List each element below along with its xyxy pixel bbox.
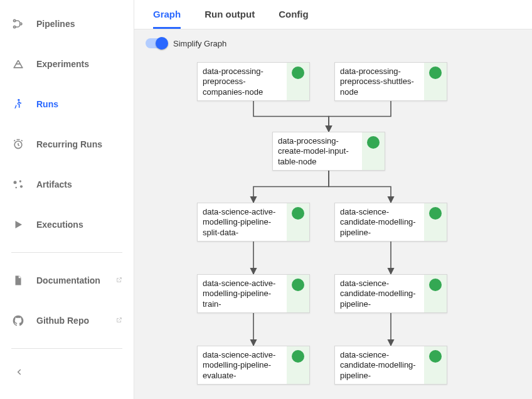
graph-area[interactable]: Simplify Graph data-processing-preproces…	[134, 29, 532, 399]
simplify-toggle-row: Simplify Graph	[146, 38, 226, 48]
node-label: data-science-candidate-modelling-pipelin…	[335, 203, 424, 241]
node-status	[424, 346, 447, 384]
github-icon	[11, 314, 25, 327]
svg-point-6	[19, 180, 21, 182]
graph-node[interactable]: data-science-candidate-modelling-pipelin…	[334, 274, 447, 313]
node-status	[287, 63, 309, 100]
pipelines-icon	[11, 17, 25, 31]
graph-node[interactable]: data-science-active-modelling-pipeline-e…	[197, 346, 310, 385]
node-status	[287, 346, 309, 384]
graph-node[interactable]: data-science-candidate-modelling-pipelin…	[334, 346, 447, 385]
sidebar-item-label: Experiments	[36, 59, 122, 69]
external-link-icon	[116, 277, 122, 284]
svg-point-5	[14, 181, 17, 184]
svg-point-3	[18, 99, 19, 101]
node-label: data-science-active-modelling-pipeline-t…	[198, 275, 287, 312]
node-label: data-science-active-modelling-pipeline-e…	[198, 346, 287, 384]
sidebar-item-pipelines[interactable]: Pipelines	[11, 11, 122, 36]
sidebar-item-recurring-runs[interactable]: Recurring Runs	[11, 132, 122, 157]
node-label: data-processing-preprocess-companies-nod…	[198, 63, 287, 100]
graph-node[interactable]: data-science-candidate-modelling-pipelin…	[334, 203, 447, 242]
sidebar-item-artifacts[interactable]: Artifacts	[11, 172, 122, 197]
graph-node[interactable]: data-processing-preprocess-companies-nod…	[197, 62, 310, 101]
graph-node[interactable]: data-processing-create-model-input-table…	[272, 132, 385, 171]
sidebar-item-label: Artifacts	[36, 179, 122, 189]
svg-point-0	[14, 19, 16, 21]
success-icon	[429, 279, 442, 291]
main-panel: Graph Run output Config Simplify Graph d…	[134, 0, 532, 399]
sidebar: Pipelines Experiments Runs Recurring Run…	[0, 0, 134, 399]
artifacts-icon	[11, 178, 25, 191]
node-label: data-science-active-modelling-pipeline-s…	[198, 203, 287, 241]
success-icon	[292, 66, 304, 79]
simplify-toggle-label: Simplify Graph	[173, 39, 226, 48]
graph-canvas: data-processing-preprocess-companies-nod…	[134, 29, 532, 399]
tabs: Graph Run output Config	[134, 0, 532, 29]
success-icon	[429, 66, 442, 79]
sidebar-item-label: Pipelines	[36, 19, 122, 29]
tab-graph[interactable]: Graph	[153, 9, 181, 29]
node-status	[287, 203, 309, 241]
clock-icon	[11, 137, 25, 151]
sidebar-divider	[11, 348, 122, 349]
success-icon	[429, 350, 442, 363]
svg-point-8	[15, 187, 17, 189]
node-label: data-science-candidate-modelling-pipelin…	[335, 275, 424, 312]
tab-config[interactable]: Config	[279, 9, 308, 29]
simplify-toggle[interactable]	[146, 38, 167, 48]
success-icon	[367, 136, 380, 149]
graph-node[interactable]: data-science-active-modelling-pipeline-s…	[197, 203, 310, 242]
sidebar-divider	[11, 252, 122, 253]
node-status	[424, 63, 447, 100]
sidebar-item-github[interactable]: Github Repo	[11, 308, 122, 333]
node-label: data-processing-preprocess-shuttles-node	[335, 63, 424, 100]
node-status	[362, 132, 385, 170]
sidebar-item-experiments[interactable]: Experiments	[11, 51, 122, 77]
external-link-icon	[116, 317, 122, 324]
success-icon	[292, 207, 304, 220]
sidebar-item-executions[interactable]: Executions	[11, 212, 122, 237]
graph-edges	[134, 29, 532, 399]
graph-node[interactable]: data-processing-preprocess-shuttles-node	[334, 62, 447, 101]
sidebar-item-label: Github Repo	[36, 316, 102, 326]
node-label: data-processing-create-model-input-table…	[273, 132, 362, 170]
svg-point-1	[14, 26, 16, 28]
document-icon	[11, 274, 25, 287]
node-label: data-science-candidate-modelling-pipelin…	[335, 346, 424, 384]
play-icon	[11, 218, 25, 231]
sidebar-item-label: Recurring Runs	[36, 139, 122, 149]
sidebar-item-documentation[interactable]: Documentation	[11, 268, 122, 293]
sidebar-item-label: Executions	[36, 220, 122, 230]
success-icon	[292, 350, 304, 363]
sidebar-item-label: Runs	[36, 99, 122, 109]
success-icon	[429, 207, 442, 220]
sidebar-collapse-button[interactable]	[11, 364, 28, 380]
runs-icon	[11, 97, 25, 111]
graph-node[interactable]: data-science-active-modelling-pipeline-t…	[197, 274, 310, 313]
node-status	[424, 275, 447, 312]
tab-run-output[interactable]: Run output	[205, 9, 255, 29]
svg-point-2	[20, 23, 22, 24]
svg-point-7	[20, 185, 23, 188]
sidebar-item-label: Documentation	[36, 275, 102, 285]
node-status	[287, 275, 309, 312]
experiments-icon	[11, 57, 25, 71]
node-status	[424, 203, 447, 241]
success-icon	[292, 279, 304, 291]
sidebar-item-runs[interactable]: Runs	[11, 92, 122, 117]
